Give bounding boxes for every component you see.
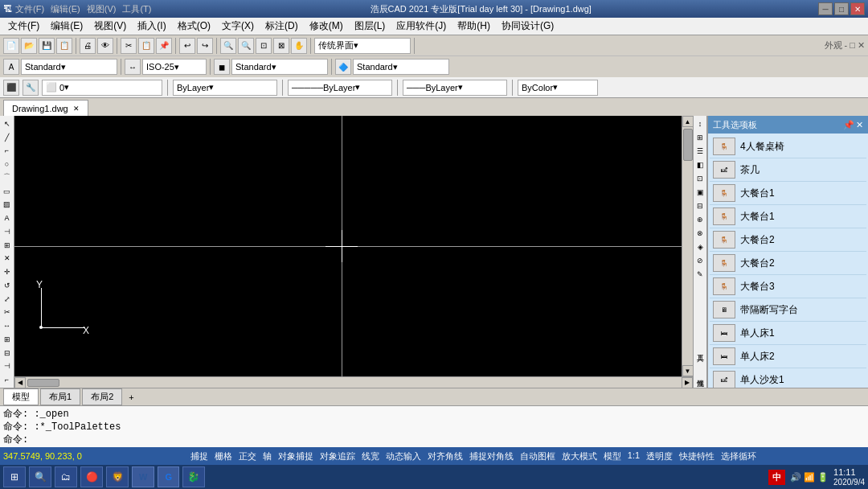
grid-btn[interactable]: 栅格 (215, 450, 232, 462)
v-scroll-thumb[interactable] (683, 129, 693, 161)
tab-model[interactable]: 模型 (3, 388, 39, 405)
scale-btn[interactable]: 1:1 (628, 450, 640, 462)
linetype2-dropdown[interactable]: ───── ByLayer ▾ (288, 80, 392, 96)
scroll-right-btn[interactable]: ▶ (682, 377, 693, 388)
rt-btn12[interactable]: ✎ (694, 268, 706, 281)
auto-frame-btn[interactable]: 自动图框 (520, 450, 555, 462)
rt-btn10[interactable]: ◈ (694, 240, 706, 253)
maximize-button[interactable]: □ (834, 2, 849, 15)
taskbar-browser[interactable]: 🦁 (106, 466, 129, 487)
tool-array[interactable]: ⊟ (1, 347, 14, 360)
title-menu-view[interactable]: 视图(V) (87, 3, 117, 15)
rt-btn8[interactable]: ⊕ (694, 213, 706, 226)
osnap-btn[interactable]: 对象捕捉 (278, 450, 313, 462)
align-btn[interactable]: 对齐角线 (428, 450, 463, 462)
copy-button[interactable]: 📋 (138, 38, 154, 54)
selcycle-btn[interactable]: 选择循环 (721, 450, 756, 462)
style-btn2[interactable]: ↔ (125, 59, 141, 75)
add-layout-btn[interactable]: + (124, 391, 138, 404)
minimize-button[interactable]: ─ (818, 2, 833, 15)
cut-button[interactable]: ✂ (121, 38, 137, 54)
close-button[interactable]: ✕ (850, 2, 865, 15)
open-button[interactable]: 📂 (21, 38, 37, 54)
ortho-btn[interactable]: 正交 (239, 450, 256, 462)
paste-button[interactable]: 📌 (156, 38, 172, 54)
rt-palette1[interactable]: 工具 (694, 337, 706, 361)
menu-view[interactable]: 视图(V) (89, 18, 131, 35)
tab-close-btn[interactable]: ✕ (73, 105, 80, 113)
lweight-btn[interactable]: 线宽 (362, 450, 379, 462)
menu-file[interactable]: 文件(F) (3, 18, 44, 35)
rt-btn5[interactable]: ⊡ (694, 172, 706, 185)
rt-btn11[interactable]: ⊘ (694, 254, 706, 267)
tool-fillet[interactable]: ⌐ (1, 373, 14, 386)
tool-rect[interactable]: ▭ (1, 185, 14, 198)
lineweight-dropdown[interactable]: ─── ByLayer ▾ (403, 80, 507, 96)
model-btn[interactable]: 模型 (604, 450, 621, 462)
tool-pick[interactable]: ↖ (1, 117, 14, 130)
tool-insert[interactable]: ⊞ (1, 239, 14, 252)
menu-modify[interactable]: 修改(M) (305, 18, 348, 35)
ime-indicator[interactable]: 中 (768, 470, 785, 485)
horizontal-scrollbar[interactable]: ◀ ▶ (14, 376, 693, 388)
linetype1-dropdown[interactable]: ByLayer ▾ (173, 80, 277, 96)
tool-scale[interactable]: ⤢ (1, 293, 14, 306)
tool-mirror[interactable]: ⊣ (1, 360, 14, 373)
menu-apps[interactable]: 应用软件(J) (391, 18, 451, 35)
new-button[interactable]: 📄 (3, 38, 19, 54)
vertical-scrollbar[interactable]: ▲ ▼ (682, 116, 693, 376)
tool-hatch[interactable]: ▨ (1, 199, 14, 212)
layer-props-btn[interactable]: 🔧 (23, 80, 39, 96)
taskbar-security[interactable]: 🔴 (80, 466, 103, 487)
menu-text[interactable]: 文字(X) (217, 18, 259, 35)
menu-help[interactable]: 帮助(H) (452, 18, 495, 35)
zoom-extent[interactable]: ⊠ (273, 38, 289, 54)
mleader-style-dropdown[interactable]: Standard ▾ (353, 59, 449, 75)
text-style-dropdown[interactable]: Standard ▾ (21, 59, 117, 75)
scroll-up-btn[interactable]: ▲ (682, 116, 694, 127)
print-preview[interactable]: 👁 (97, 38, 113, 54)
palette-item[interactable]: 🪑大餐台3 (710, 275, 866, 298)
rt-btn6[interactable]: ▣ (694, 186, 706, 199)
tool-move[interactable]: ✛ (1, 265, 14, 278)
palette-close-btn[interactable]: ✕ (856, 120, 863, 130)
rt-btn3[interactable]: ☰ (694, 145, 706, 158)
polar-btn[interactable]: 轴 (263, 450, 272, 462)
zoom-all[interactable]: ⊡ (256, 38, 272, 54)
rt-palette2[interactable]: 属性 (694, 362, 706, 386)
tool-text[interactable]: A (1, 212, 14, 224)
tool-arc[interactable]: ⌒ (1, 171, 14, 184)
palette-item[interactable]: 🪑4人餐桌椅 (710, 135, 866, 158)
v-scroll-track[interactable] (683, 127, 693, 365)
palette-item[interactable]: 🪑大餐台2 (710, 252, 866, 275)
h-scroll-thumb[interactable] (27, 379, 59, 387)
layer-dropdown[interactable]: ⬜ 0 ▾ (42, 80, 162, 96)
scroll-down-btn[interactable]: ▼ (682, 365, 694, 376)
undo-button[interactable]: ↩ (179, 38, 195, 54)
menu-edit[interactable]: 编辑(E) (46, 18, 88, 35)
menu-collab[interactable]: 协同设计(G) (497, 18, 559, 35)
palette-item[interactable]: 🖥带隔断写字台 (710, 298, 866, 322)
tool-extend[interactable]: ↔ (1, 319, 14, 332)
menu-layer[interactable]: 图层(L) (350, 18, 391, 35)
save-button[interactable]: 💾 (39, 38, 55, 54)
quickprop-btn[interactable]: 快捷特性 (679, 450, 714, 462)
interface-dropdown[interactable]: 传统界面 ▾ (314, 38, 411, 54)
tool-polyline[interactable]: ⌐ (1, 145, 14, 158)
rt-btn1[interactable]: ↕ (694, 117, 706, 130)
title-menu-edit[interactable]: 编辑(E) (51, 3, 80, 15)
palette-pin-btn[interactable]: 📌 (843, 120, 854, 130)
rt-btn7[interactable]: ⊟ (694, 199, 706, 212)
zoom-mode-btn[interactable]: 放大模式 (562, 450, 597, 462)
rt-btn4[interactable]: ◧ (694, 158, 706, 171)
menu-insert[interactable]: 插入(I) (133, 18, 170, 35)
search-button[interactable]: 🔍 (29, 466, 51, 487)
tool-offset[interactable]: ⊞ (1, 333, 14, 346)
rt-btn2[interactable]: ⊞ (694, 131, 706, 144)
snap-btn[interactable]: 捕捉 (190, 450, 208, 462)
palette-item[interactable]: 🪑大餐台1 (710, 205, 866, 228)
table-style-dropdown[interactable]: Standard ▾ (231, 59, 328, 75)
dynmode-btn[interactable]: 动态输入 (386, 450, 421, 462)
tab-layout2[interactable]: 布局2 (82, 388, 122, 405)
tab-layout1[interactable]: 布局1 (40, 388, 80, 405)
